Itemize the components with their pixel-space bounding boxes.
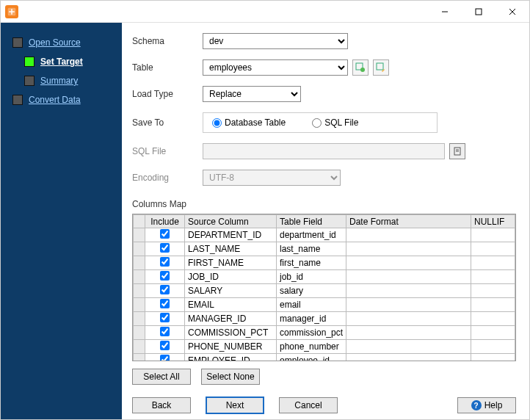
close-button[interactable] [495, 1, 529, 23]
source-cell[interactable]: JOB_ID [185, 270, 277, 284]
radio-db[interactable] [212, 118, 222, 128]
include-cell[interactable] [145, 256, 185, 270]
date-format-cell[interactable] [346, 354, 471, 362]
columns-grid[interactable]: Include Source Column Table Field Date F… [132, 214, 516, 361]
header-nullif[interactable]: NULLIF [471, 215, 515, 228]
date-format-cell[interactable] [346, 326, 471, 340]
saveto-db-radio[interactable]: Database Table [212, 117, 286, 128]
field-cell[interactable]: first_name [277, 256, 346, 270]
date-format-cell[interactable] [346, 298, 471, 312]
nullif-cell[interactable] [471, 354, 515, 362]
include-checkbox[interactable] [160, 299, 170, 308]
nullif-cell[interactable] [471, 312, 515, 326]
loadtype-select[interactable]: Replace [203, 86, 301, 102]
maximize-button[interactable] [462, 1, 495, 23]
table-select[interactable]: employees [203, 59, 348, 76]
include-cell[interactable] [145, 340, 185, 354]
include-cell[interactable] [145, 270, 185, 284]
field-cell[interactable]: salary [277, 284, 346, 298]
include-checkbox[interactable] [160, 229, 170, 239]
nullif-cell[interactable] [471, 340, 515, 354]
nullif-cell[interactable] [471, 284, 515, 298]
sidebar-item-set-target[interactable]: Set Target [1, 52, 122, 71]
schema-select[interactable]: dev [203, 33, 348, 49]
sidebar-item-convert-data[interactable]: Convert Data [1, 90, 122, 109]
cancel-button[interactable]: Cancel [279, 397, 338, 413]
header-date[interactable]: Date Format [346, 215, 471, 228]
new-table-button[interactable] [352, 59, 369, 76]
source-cell[interactable]: FIRST_NAME [185, 256, 277, 270]
include-cell[interactable] [145, 326, 185, 340]
nullif-cell[interactable] [471, 242, 515, 256]
table-row[interactable]: LAST_NAMElast_name [134, 242, 515, 256]
date-format-cell[interactable] [346, 312, 471, 326]
edit-table-button[interactable] [373, 59, 389, 76]
field-cell[interactable]: job_id [277, 270, 346, 284]
field-cell[interactable]: department_id [277, 228, 346, 242]
row-header [134, 326, 145, 340]
table-row[interactable]: MANAGER_IDmanager_id [134, 312, 515, 326]
include-checkbox[interactable] [160, 341, 170, 350]
source-cell[interactable]: MANAGER_ID [185, 312, 277, 326]
nullif-cell[interactable] [471, 256, 515, 270]
field-cell[interactable]: manager_id [277, 312, 346, 326]
back-button[interactable]: Back [132, 397, 191, 413]
date-format-cell[interactable] [346, 340, 471, 354]
field-cell[interactable]: phone_number [277, 340, 346, 354]
include-checkbox[interactable] [160, 313, 170, 322]
source-cell[interactable]: COMMISSION_PCT [185, 326, 277, 340]
include-checkbox[interactable] [160, 355, 170, 361]
select-all-button[interactable]: Select All [132, 369, 191, 385]
field-cell[interactable]: email [277, 298, 346, 312]
include-checkbox[interactable] [160, 285, 170, 294]
include-cell[interactable] [145, 284, 185, 298]
nullif-cell[interactable] [471, 298, 515, 312]
nullif-cell[interactable] [471, 326, 515, 340]
date-format-cell[interactable] [346, 270, 471, 284]
table-row[interactable]: EMAILemail [134, 298, 515, 312]
table-row[interactable]: JOB_IDjob_id [134, 270, 515, 284]
browse-button[interactable] [449, 143, 465, 159]
table-row[interactable]: COMMISSION_PCTcommission_pct [134, 326, 515, 340]
date-format-cell[interactable] [346, 284, 471, 298]
header-include[interactable]: Include [145, 215, 185, 228]
sidebar-item-summary[interactable]: Summary [1, 71, 122, 90]
include-checkbox[interactable] [160, 271, 170, 280]
include-cell[interactable] [145, 354, 185, 362]
include-checkbox[interactable] [160, 327, 170, 336]
include-checkbox[interactable] [160, 243, 170, 253]
include-checkbox[interactable] [160, 257, 170, 267]
help-button[interactable]: ? Help [457, 397, 516, 413]
include-cell[interactable] [145, 228, 185, 242]
radio-sql[interactable] [312, 118, 322, 128]
field-cell[interactable]: last_name [277, 242, 346, 256]
table-row[interactable]: PHONE_NUMBERphone_number [134, 340, 515, 354]
sidebar-item-open-source[interactable]: Open Source [1, 33, 122, 52]
nullif-cell[interactable] [471, 270, 515, 284]
field-cell[interactable]: commission_pct [277, 326, 346, 340]
table-row[interactable]: DEPARTMENT_IDdepartment_id [134, 228, 515, 242]
source-cell[interactable]: DEPARTMENT_ID [185, 228, 277, 242]
include-cell[interactable] [145, 242, 185, 256]
source-cell[interactable]: LAST_NAME [185, 242, 277, 256]
header-field[interactable]: Table Field [277, 215, 346, 228]
nullif-cell[interactable] [471, 228, 515, 242]
table-row[interactable]: EMPLOYEE_IDemployee_id [134, 354, 515, 362]
include-cell[interactable] [145, 312, 185, 326]
table-row[interactable]: SALARYsalary [134, 284, 515, 298]
date-format-cell[interactable] [346, 256, 471, 270]
date-format-cell[interactable] [346, 228, 471, 242]
source-cell[interactable]: EMAIL [185, 298, 277, 312]
header-source[interactable]: Source Column [185, 215, 277, 228]
date-format-cell[interactable] [346, 242, 471, 256]
next-button[interactable]: Next [206, 397, 264, 414]
source-cell[interactable]: PHONE_NUMBER [185, 340, 277, 354]
field-cell[interactable]: employee_id [277, 354, 346, 362]
select-none-button[interactable]: Select None [201, 369, 260, 385]
source-cell[interactable]: SALARY [185, 284, 277, 298]
minimize-button[interactable] [428, 1, 462, 23]
table-row[interactable]: FIRST_NAMEfirst_name [134, 256, 515, 270]
source-cell[interactable]: EMPLOYEE_ID [185, 354, 277, 362]
include-cell[interactable] [145, 298, 185, 312]
saveto-sql-radio[interactable]: SQL File [312, 117, 358, 128]
